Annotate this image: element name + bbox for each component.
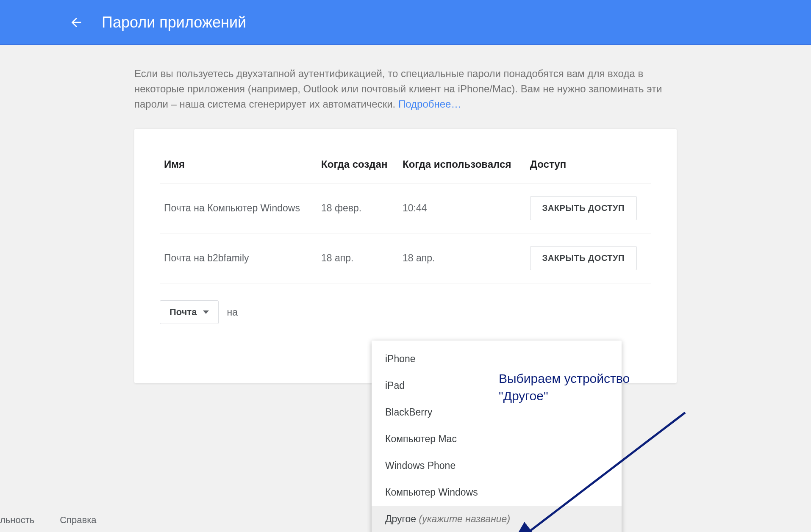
content-area: Если вы пользуетесь двухэтапной аутентиф… [117,45,694,383]
device-dropdown: iPhone iPad BlackBerry Компьютер Mac Win… [372,341,622,532]
dropdown-item-iphone[interactable]: iPhone [372,346,622,372]
app-select-label: Почта [169,307,197,318]
dropdown-item-mac[interactable]: Компьютер Mac [372,426,622,452]
dropdown-item-other-hint: (укажите название) [419,513,510,524]
learn-more-link[interactable]: Подробнее… [398,98,461,110]
revoke-button[interactable]: ЗАКРЫТЬ ДОСТУП [530,246,637,270]
cell-used: 10:44 [398,183,526,233]
annotation-line2: "Другое" [499,388,694,405]
cell-created: 18 апр. [317,233,398,283]
col-created: Когда создан [317,150,398,183]
passwords-card: Имя Когда создан Когда использовался Дос… [134,129,677,383]
cell-name: Почта на b2bfamily [160,233,317,283]
footer-link-privacy-partial[interactable]: льность [0,515,34,526]
cell-used: 18 апр. [398,233,526,283]
intro-text: Если вы пользуетесь двухэтапной аутентиф… [134,66,677,112]
table-row: Почта на b2bfamily 18 апр. 18 апр. ЗАКРЫ… [160,233,651,283]
back-button[interactable] [68,14,85,31]
cell-created: 18 февр. [317,183,398,233]
col-used: Когда использовался [398,150,526,183]
dropdown-item-other[interactable]: Другое (укажите название) [372,506,622,532]
cell-name: Почта на Компьютер Windows [160,183,317,233]
page-title: Пароли приложений [102,14,246,31]
cell-access: ЗАКРЫТЬ ДОСТУП [526,183,651,233]
col-name: Имя [160,150,317,183]
create-password-row: Почта на [160,283,651,324]
annotation-text: Выбираем устройство "Другое" [499,370,694,405]
cell-access: ЗАКРЫТЬ ДОСТУП [526,233,651,283]
page-header: Пароли приложений [0,0,811,45]
arrow-left-icon [69,15,83,30]
revoke-button[interactable]: ЗАКРЫТЬ ДОСТУП [530,196,637,220]
chevron-down-icon [203,310,209,314]
table-header-row: Имя Когда создан Когда использовался Дос… [160,150,651,183]
annotation-line1: Выбираем устройство [499,370,694,388]
dropdown-item-windows[interactable]: Компьютер Windows [372,479,622,506]
on-label: на [227,307,238,318]
passwords-table: Имя Когда создан Когда использовался Дос… [160,150,651,283]
table-row: Почта на Компьютер Windows 18 февр. 10:4… [160,183,651,233]
col-access: Доступ [526,150,651,183]
app-select[interactable]: Почта [160,300,219,324]
dropdown-item-windows-phone[interactable]: Windows Phone [372,452,622,479]
footer-link-help[interactable]: Справка [60,515,96,526]
dropdown-item-other-label: Другое [385,513,419,524]
